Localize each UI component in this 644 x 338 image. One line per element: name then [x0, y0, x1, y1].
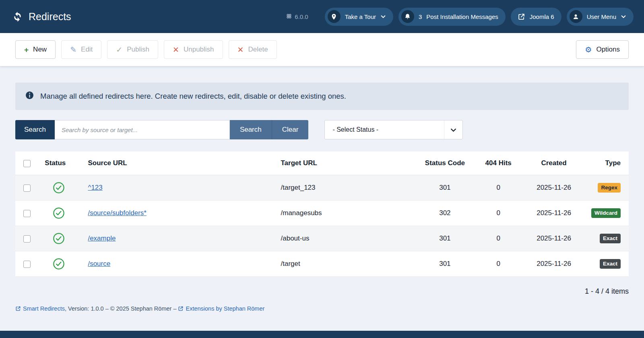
created-cell: 2025-11-26 [523, 175, 584, 201]
hits-cell: 0 [474, 175, 523, 201]
table-row: /source /target 301 0 2025-11-26 Exact [15, 251, 629, 277]
search-input[interactable] [55, 120, 230, 139]
type-badge: Exact [600, 234, 621, 244]
row-checkbox[interactable] [23, 261, 31, 268]
header-source-url: Source URL [81, 151, 274, 175]
header-404-hits: 404 Hits [474, 151, 523, 175]
pagination-counter: 1 - 4 / 4 items [15, 277, 629, 296]
unpublish-button[interactable]: ✕ Unpublish [164, 40, 223, 59]
take-a-tour-button[interactable]: Take a Tour [325, 8, 393, 26]
user-menu-label: User Menu [587, 13, 616, 20]
source-url-link[interactable]: /example [88, 234, 116, 242]
unpublish-button-label: Unpublish [184, 46, 214, 54]
delete-button-label: Delete [248, 46, 268, 54]
search-label: Search [15, 120, 55, 139]
new-button-label: New [33, 46, 47, 54]
external-link-icon [178, 306, 184, 311]
messages-count-badge: 3 [419, 13, 422, 20]
joomla-version: 6.0.0 [286, 13, 308, 20]
chevron-down-icon [621, 14, 626, 19]
target-url-cell: /managesubs [275, 201, 416, 226]
page-footer: Smart Redirects, Version: 1.0.0 – © 2025… [15, 305, 629, 312]
footer-text: , Version: 1.0.0 – © 2025 Stephan Römer … [65, 305, 178, 312]
type-badge: Exact [600, 259, 621, 269]
page-title: Redirects [29, 11, 71, 23]
joomla-site-button[interactable]: Joomla 6 [511, 8, 561, 26]
published-check-circle-icon[interactable] [53, 232, 77, 245]
created-cell: 2025-11-26 [523, 251, 584, 277]
edit-button[interactable]: ✎ Edit [61, 40, 101, 59]
user-menu-button[interactable]: User Menu [567, 8, 634, 26]
table-row: /example /about-us 301 0 2025-11-26 Exac… [15, 226, 629, 251]
search-button[interactable]: Search [230, 120, 272, 139]
redirects-sync-icon [12, 11, 23, 22]
header-type: Type [585, 151, 629, 175]
tour-button-label: Take a Tour [345, 13, 376, 20]
joomla-button-label: Joomla 6 [530, 13, 554, 20]
target-url-cell: /target_123 [275, 175, 416, 201]
row-checkbox[interactable] [23, 185, 31, 192]
select-all-checkbox[interactable] [23, 160, 31, 167]
filter-bar: Search Search Clear - Select Status - [15, 120, 629, 139]
source-url-link[interactable]: ^123 [88, 184, 102, 191]
redirects-table-body: ^123 /target_123 301 0 2025-11-26 Regex … [15, 175, 629, 277]
status-filter-value: - Select Status - [332, 126, 378, 133]
publish-button-label: Publish [127, 46, 149, 54]
type-badge: Regex [598, 183, 621, 193]
published-check-circle-icon[interactable] [53, 207, 77, 219]
clear-button[interactable]: Clear [272, 120, 309, 139]
status-code-cell: 301 [416, 226, 474, 251]
status-code-cell: 301 [416, 175, 474, 201]
info-icon [25, 91, 34, 102]
tour-pin-icon [328, 10, 341, 23]
published-check-circle-icon[interactable] [53, 182, 77, 194]
edit-button-label: Edit [81, 46, 93, 54]
header-status-code: Status Code [416, 151, 474, 175]
x-icon: ✕ [237, 46, 244, 54]
status-filter-select[interactable]: - Select Status - [324, 120, 463, 139]
bell-icon [401, 10, 414, 23]
check-icon: ✓ [116, 46, 122, 54]
delete-button[interactable]: ✕ Delete [229, 40, 277, 59]
table-row: ^123 /target_123 301 0 2025-11-26 Regex [15, 175, 629, 201]
messages-button-label: Post Installation Messages [426, 13, 498, 20]
extensions-link[interactable]: Extensions by Stephan Römer [178, 305, 264, 312]
created-cell: 2025-11-26 [523, 201, 584, 226]
redirects-table: Status Source URL Target URL Status Code… [15, 151, 629, 277]
source-url-link[interactable]: /source [88, 260, 110, 267]
smart-redirects-link[interactable]: Smart Redirects [15, 305, 65, 312]
status-code-cell: 301 [416, 251, 474, 277]
app-brand: Redirects [12, 11, 71, 23]
plus-icon: + [24, 46, 29, 54]
options-button[interactable]: ⚙ Options [576, 40, 629, 59]
pencil-icon: ✎ [70, 46, 76, 54]
type-badge: Wildcard [591, 208, 621, 218]
joomla-logo-icon [286, 13, 292, 20]
source-url-link[interactable]: /source/subfolders* [88, 209, 147, 217]
header-target-url: Target URL [275, 151, 416, 175]
new-button[interactable]: + New [15, 40, 56, 59]
hits-cell: 0 [474, 201, 523, 226]
published-check-circle-icon[interactable] [53, 258, 77, 270]
user-icon [570, 10, 582, 23]
header-created: Created [523, 151, 584, 175]
chevron-down-icon [380, 14, 386, 19]
target-url-cell: /about-us [275, 226, 416, 251]
row-checkbox[interactable] [23, 235, 31, 243]
footer-link1-label: Smart Redirects [23, 305, 65, 312]
gear-icon: ⚙ [585, 46, 592, 54]
publish-button[interactable]: ✓ Publish [107, 40, 158, 59]
info-alert: Manage all defined redirects here. Creat… [15, 83, 629, 110]
app-header: Redirects 6.0.0 Take a Tour 3 Post Insta… [0, 0, 644, 33]
x-icon: ✕ [173, 46, 179, 54]
row-checkbox[interactable] [23, 210, 31, 217]
chevron-down-icon [444, 120, 462, 139]
post-installation-messages-button[interactable]: 3 Post Installation Messages [398, 8, 506, 26]
hits-cell: 0 [474, 251, 523, 277]
header-status: Status [41, 151, 81, 175]
table-row: /source/subfolders* /managesubs 302 0 20… [15, 201, 629, 226]
version-number: 6.0.0 [295, 13, 308, 20]
external-link-icon [518, 13, 525, 21]
created-cell: 2025-11-26 [523, 226, 584, 251]
bottom-bar [0, 331, 644, 338]
